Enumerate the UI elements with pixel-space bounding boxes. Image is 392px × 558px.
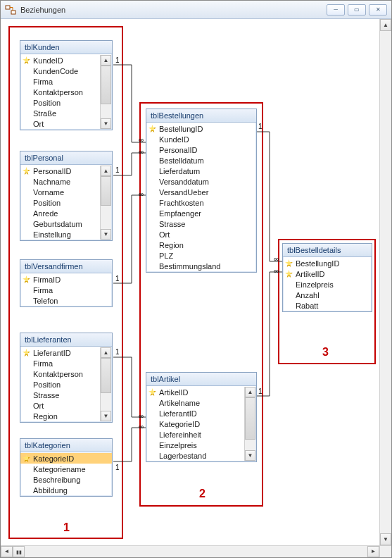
field[interactable]: Region [146, 240, 256, 250]
scroll-down-button[interactable]: ▼ [101, 411, 111, 421]
scroll-up-button[interactable]: ▲ [101, 55, 111, 66]
field[interactable]: Nachname [20, 176, 100, 187]
table-kunden-title[interactable]: tblKunden [20, 41, 112, 54]
table-kategorien[interactable]: tblKategorien KategorieID Kategoriename … [20, 438, 113, 497]
close-button[interactable]: ✕ [369, 4, 387, 16]
table-artikel-fields: ▲ ▼ ArtikelID Artikelname LieferantID Ka… [146, 386, 256, 461]
minimize-button[interactable]: ─ [327, 4, 345, 16]
table-kunden[interactable]: tblKunden ▲ ▼ KundeID KundenCode Firma K… [20, 40, 113, 130]
field[interactable]: Bestimmungsland [146, 261, 256, 271]
field[interactable]: Ort [146, 229, 256, 240]
field[interactable]: Position [20, 197, 100, 208]
table-lieferanten[interactable]: tblLieferanten ▲ ▼ LieferantID Firma Kon… [20, 333, 113, 423]
field[interactable]: Lagerbestand [146, 450, 244, 461]
field[interactable]: Einzelpreis [283, 279, 372, 290]
table-artikel-title[interactable]: tblArtikel [146, 373, 256, 386]
field[interactable]: Firma [20, 285, 112, 295]
field[interactable]: ArtikelID [283, 268, 372, 279]
table-versandfirmen-title[interactable]: tblVersandfirmen [20, 260, 112, 273]
field[interactable]: Vorname [20, 187, 100, 197]
field[interactable]: Firma [20, 76, 100, 87]
field[interactable]: KategorieID [20, 453, 112, 464]
scroll-thumb[interactable] [101, 358, 111, 393]
field[interactable]: Strasse [20, 390, 100, 400]
relationships-canvas[interactable]: 1 2 3 1 ∞ 1 ∞ 1 ∞ 1 ∞ [1, 19, 379, 545]
scroll-left-button[interactable]: ◄ [1, 546, 13, 557]
field[interactable]: KategorieID [146, 418, 244, 429]
field[interactable]: Artikelname [146, 397, 244, 408]
field[interactable]: Position [20, 97, 100, 108]
field[interactable]: LieferantID [20, 347, 100, 358]
maximize-button[interactable]: ▭ [348, 4, 366, 16]
titlebar[interactable]: Beziehungen ─ ▭ ✕ [1, 1, 391, 19]
field[interactable]: Straße [20, 108, 100, 118]
scroll-up-button[interactable]: ▲ [101, 166, 111, 176]
field[interactable]: LieferantID [146, 408, 244, 418]
field[interactable]: Frachtkosten [146, 197, 256, 208]
scroll-up-button[interactable]: ▲ [380, 19, 391, 31]
scroll-track[interactable] [25, 546, 367, 557]
field[interactable]: BestellungID [146, 123, 256, 134]
table-bestelldetails-title[interactable]: tblBestelldetails [283, 244, 372, 257]
field[interactable]: Anrede [20, 208, 100, 218]
field[interactable]: KundeID [146, 134, 256, 144]
table-lieferanten-title[interactable]: tblLieferanten [20, 333, 112, 347]
field[interactable]: Firma [20, 358, 100, 368]
scroll-down-button[interactable]: ▼ [101, 229, 111, 240]
scroll-thumb[interactable] [101, 176, 111, 206]
table-bestellungen[interactable]: tblBestellungen BestellungID KundeID Per… [146, 108, 257, 273]
scroll-down-button[interactable]: ▼ [101, 118, 111, 129]
table-personal-title[interactable]: tblPersonal [20, 151, 112, 165]
field[interactable]: Rabatt [283, 300, 372, 311]
field[interactable]: Kontaktperson [20, 368, 100, 379]
field[interactable]: Geburtsdatum [20, 218, 100, 229]
field[interactable]: Telefon [20, 295, 112, 306]
table-bestelldetails[interactable]: tblBestelldetails BestellungID ArtikelID… [282, 243, 372, 312]
scroll-down-button[interactable]: ▼ [245, 450, 255, 461]
vertical-scrollbar[interactable]: ▲ ▼ [379, 19, 391, 545]
field[interactable]: Liefereinheit [146, 429, 244, 440]
record-selector-button[interactable]: ▮▮ [13, 546, 25, 557]
scroll-up-button[interactable]: ▲ [101, 347, 111, 358]
field[interactable]: Position [20, 379, 100, 390]
field[interactable]: Bestelldatum [146, 155, 256, 166]
field[interactable]: KundeID [20, 55, 100, 66]
field[interactable]: ArtikelID [146, 387, 244, 397]
field[interactable]: Beschreibung [20, 474, 112, 485]
field[interactable]: BestellungID [283, 258, 372, 268]
field[interactable]: Lieferdatum [146, 166, 256, 176]
field[interactable]: PersonalID [20, 166, 100, 176]
table-bestelldetails-fields: BestellungID ArtikelID Einzelpreis Anzah… [283, 257, 372, 311]
field[interactable]: Ort [20, 400, 100, 411]
table-personal[interactable]: tblPersonal ▲ ▼ PersonalID Nachname Vorn… [20, 151, 113, 241]
client-area: 1 2 3 1 ∞ 1 ∞ 1 ∞ 1 ∞ [1, 19, 391, 557]
field[interactable]: Empfaenger [146, 208, 256, 218]
field[interactable]: Versanddatum [146, 176, 256, 187]
scroll-up-button[interactable]: ▲ [245, 387, 255, 397]
field[interactable]: PersonalID [146, 144, 256, 155]
field[interactable]: Ort [20, 118, 100, 129]
field[interactable]: VersandUeber [146, 187, 256, 197]
table-versandfirmen[interactable]: tblVersandfirmen FirmaID Firma Telefon [20, 259, 113, 307]
field[interactable]: Kontaktperson [20, 87, 100, 97]
field[interactable]: Anzahl [283, 290, 372, 300]
field[interactable]: KundenCode [20, 66, 100, 76]
field[interactable]: Kategoriename [20, 464, 112, 474]
table-lieferanten-fields: ▲ ▼ LieferantID Firma Kontaktperson Posi… [20, 347, 112, 422]
field[interactable]: Region [20, 411, 100, 421]
field[interactable]: Einstellung [20, 229, 100, 240]
scroll-down-button[interactable]: ▼ [380, 533, 391, 545]
scroll-thumb[interactable] [245, 397, 255, 440]
field[interactable]: PLZ [146, 250, 256, 261]
field[interactable]: Strasse [146, 218, 256, 229]
table-kategorien-fields: KategorieID Kategoriename Beschreibung A… [20, 452, 112, 496]
field[interactable]: Abbildung [20, 485, 112, 495]
field[interactable]: FirmaID [20, 274, 112, 285]
table-bestellungen-title[interactable]: tblBestellungen [146, 109, 256, 123]
horizontal-scrollbar[interactable]: ◄ ▮▮ ► [1, 545, 379, 557]
scroll-right-button[interactable]: ► [367, 546, 379, 557]
table-artikel[interactable]: tblArtikel ▲ ▼ ArtikelID Artikelname Lie… [146, 372, 257, 462]
table-kategorien-title[interactable]: tblKategorien [20, 439, 112, 452]
field[interactable]: Einzelpreis [146, 440, 244, 450]
scroll-thumb[interactable] [101, 66, 111, 104]
